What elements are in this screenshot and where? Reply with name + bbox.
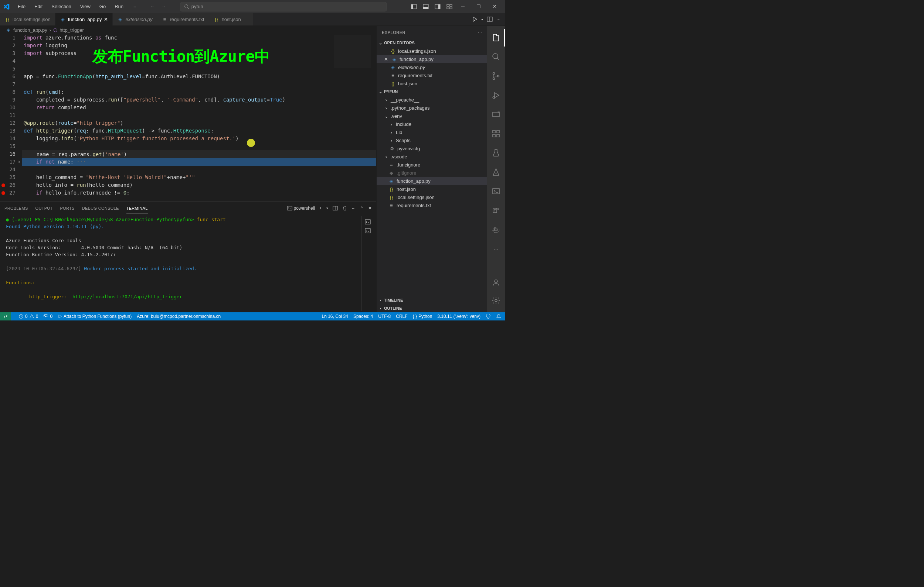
menu-view[interactable]: View (76, 2, 94, 12)
activity-docker-icon[interactable] (487, 221, 505, 238)
tab-extension[interactable]: ◈ extension.py (113, 13, 157, 25)
folder-include[interactable]: ›Include (377, 120, 487, 128)
status-debug-target[interactable]: Attach to Python Functions (pyfun) (58, 314, 132, 319)
tab-local-settings[interactable]: {} local.settings.json (0, 13, 55, 25)
layout-customize-icon[interactable] (444, 2, 455, 12)
layout-right-icon[interactable] (432, 2, 443, 12)
status-encoding[interactable]: UTF-8 (378, 314, 391, 319)
folder-pycache[interactable]: ›__pycache__ (377, 95, 487, 104)
file-host-json[interactable]: {}host.json (377, 185, 487, 193)
terminal-instance-icon[interactable] (363, 217, 375, 226)
open-editor-item[interactable]: ≡requirements.txt (377, 71, 487, 79)
minimize-button[interactable]: ─ (456, 0, 470, 13)
status-ports[interactable]: 0 (43, 314, 53, 319)
terminal-instance-icon[interactable] (363, 226, 375, 235)
run-button[interactable] (472, 16, 477, 22)
open-editor-item[interactable]: {}host.json (377, 79, 487, 87)
breadcrumb[interactable]: ◈ function_app.py › ⬡ http_trigger (0, 26, 376, 34)
folder-venv[interactable]: ⌄.venv (377, 112, 487, 120)
status-errors[interactable]: 0 0 (18, 314, 38, 319)
tab-requirements[interactable]: ≡ requirements.txt (157, 13, 209, 25)
close-panel-icon[interactable]: ✕ (368, 206, 372, 211)
split-terminal-icon[interactable] (333, 206, 338, 211)
terminal-dropdown-icon[interactable]: ▾ (327, 206, 328, 210)
split-editor-icon[interactable] (487, 16, 493, 22)
tab-host-json[interactable]: {} host.json (209, 13, 254, 25)
panel-tab-output[interactable]: OUTPUT (35, 206, 53, 210)
panel-tab-problems[interactable]: PROBLEMS (5, 206, 28, 210)
activity-account-icon[interactable] (487, 274, 505, 292)
file-local-settings[interactable]: {}local.settings.json (377, 193, 487, 201)
activity-settings-icon[interactable] (487, 292, 505, 309)
status-language[interactable]: { } Python (413, 314, 432, 319)
kill-terminal-icon[interactable] (342, 206, 347, 211)
more-terminal-actions-icon[interactable]: ··· (352, 206, 356, 211)
close-icon[interactable]: ✕ (384, 56, 389, 62)
folder-scripts[interactable]: ›Scripts (377, 136, 487, 144)
section-project[interactable]: ⌄ PYFUN (377, 87, 487, 95)
activity-azure-icon[interactable] (487, 163, 505, 181)
activity-remote-icon[interactable] (487, 105, 505, 123)
nav-back-icon[interactable]: ← (149, 2, 157, 11)
panel-tab-debug[interactable]: DEBUG CONSOLE (82, 206, 119, 210)
section-outline[interactable]: › OUTLINE (377, 304, 487, 312)
maximize-panel-icon[interactable]: ⌃ (360, 206, 364, 211)
layout-bottom-icon[interactable] (421, 2, 431, 12)
open-editor-item[interactable]: ✕◈function_app.py (377, 55, 487, 63)
menu-more[interactable]: ··· (129, 2, 140, 12)
activity-teams-icon[interactable] (487, 202, 505, 219)
file-gitignore[interactable]: ◆.gitignore (377, 169, 487, 177)
menu-selection[interactable]: Selection (48, 2, 75, 12)
code-editor[interactable]: 发布Function到Azure中 123 456 789 101112 131… (0, 34, 376, 202)
breakpoint-icon[interactable] (2, 184, 5, 187)
status-azure[interactable]: Azure: bulu@mcpod.partner.onmschina.cn (137, 314, 221, 319)
menu-edit[interactable]: Edit (31, 2, 46, 12)
status-notifications-icon[interactable] (496, 314, 501, 319)
open-editor-item[interactable]: {}local.settings.json (377, 47, 487, 55)
activity-more-icon[interactable]: ··· (487, 240, 505, 258)
close-icon[interactable]: ✕ (104, 16, 108, 22)
menu-file[interactable]: File (14, 2, 29, 12)
activity-explorer-icon[interactable] (487, 29, 505, 46)
folder-python-packages[interactable]: ›.python_packages (377, 104, 487, 112)
remote-indicator[interactable] (0, 312, 11, 321)
terminal[interactable]: ● (.venv) PS C:\LBWorkSpace\MyCode\58-Az… (0, 214, 376, 312)
open-editor-item[interactable]: ◈extension.py (377, 63, 487, 71)
close-button[interactable]: ✕ (487, 0, 502, 13)
explorer-more-icon[interactable]: ··· (478, 30, 482, 35)
command-center-search[interactable]: pyfun (180, 2, 387, 12)
code-content[interactable]: import azure.functions as func import lo… (22, 34, 376, 202)
activity-powershell-icon[interactable] (487, 183, 505, 200)
folder-lib[interactable]: ›Lib (377, 128, 487, 136)
activity-search-icon[interactable] (487, 48, 505, 66)
file-funcignore[interactable]: ≡.funcignore (377, 161, 487, 169)
more-actions-icon[interactable]: ··· (497, 16, 500, 22)
status-cursor-position[interactable]: Ln 16, Col 34 (322, 314, 348, 319)
status-indent[interactable]: Spaces: 4 (353, 314, 373, 319)
activity-extensions-icon[interactable] (487, 125, 505, 143)
status-eol[interactable]: CRLF (396, 314, 407, 319)
section-open-editors[interactable]: ⌄ OPEN EDITORS (377, 39, 487, 47)
run-dropdown[interactable]: ▾ (481, 17, 483, 21)
folder-vscode[interactable]: ›.vscode (377, 153, 487, 161)
file-function-app[interactable]: ◈function_app.py (377, 177, 487, 185)
activity-testing-icon[interactable] (487, 144, 505, 162)
section-timeline[interactable]: › TIMELINE (377, 296, 487, 304)
status-feedback-icon[interactable] (486, 314, 491, 319)
maximize-button[interactable]: ☐ (471, 0, 486, 13)
panel-tab-terminal[interactable]: TERMINAL (126, 206, 148, 214)
activity-debug-icon[interactable] (487, 86, 505, 104)
terminal-shell-selector[interactable]: powershell (287, 206, 315, 211)
breakpoint-icon[interactable] (2, 191, 5, 195)
status-python-interpreter[interactable]: 3.10.11 ('.venv': venv) (437, 314, 480, 319)
menu-run[interactable]: Run (111, 2, 127, 12)
layout-left-icon[interactable] (409, 2, 419, 12)
file-pyvenv[interactable]: ⚙pyvenv.cfg (377, 144, 487, 153)
new-terminal-icon[interactable]: + (319, 206, 322, 211)
tab-function-app[interactable]: ◈ function_app.py ✕ (55, 13, 113, 25)
nav-forward-icon[interactable]: → (160, 2, 167, 11)
menu-go[interactable]: Go (96, 2, 109, 12)
panel-tab-ports[interactable]: PORTS (60, 206, 75, 210)
file-requirements[interactable]: ≡requirements.txt (377, 201, 487, 209)
activity-source-control-icon[interactable] (487, 67, 505, 85)
